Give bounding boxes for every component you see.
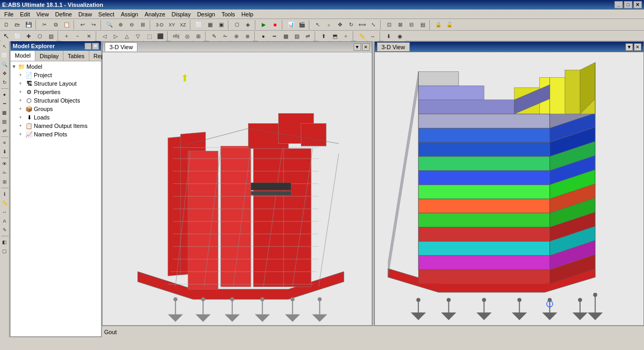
- minimize-button[interactable]: _: [614, 1, 623, 8]
- tree-groups[interactable]: + 📦 Groups: [12, 105, 100, 113]
- left-view-close[interactable]: ✕: [362, 43, 370, 51]
- menu-view[interactable]: View: [33, 10, 52, 19]
- tb2-divide[interactable]: ÷: [341, 31, 351, 41]
- tb2-rubber-band[interactable]: ⬜: [12, 31, 23, 41]
- lt-draw-joint[interactable]: ●: [1, 90, 9, 99]
- tb-paste[interactable]: 📋: [61, 20, 72, 30]
- tree-named-output[interactable]: + 📋 Named Output Items: [12, 122, 100, 130]
- lt-display-mode[interactable]: 👁: [1, 160, 9, 168]
- lt-zoom[interactable]: 🔍: [1, 60, 9, 69]
- tb-assign-section[interactable]: ⬡: [232, 20, 242, 30]
- tb-select-none[interactable]: ⊠: [395, 20, 406, 30]
- lt-pointer[interactable]: ↖: [1, 42, 9, 51]
- tb2-section-cut[interactable]: ✁: [220, 31, 231, 41]
- lt-show-table[interactable]: ⊞: [1, 178, 9, 186]
- right-view-dropdown[interactable]: ▼: [625, 43, 633, 51]
- tb-draw-wall[interactable]: ▦: [205, 20, 215, 30]
- tb-select-filter[interactable]: ▤: [417, 20, 428, 30]
- lt-draw-frame[interactable]: ━: [1, 99, 9, 108]
- tree-project[interactable]: + 📄 Project: [12, 71, 100, 79]
- lt-draw-slab[interactable]: ▨: [1, 117, 9, 126]
- lt-draw-link[interactable]: ⇌: [1, 126, 9, 135]
- tb2-renumber[interactable]: ✎: [209, 31, 219, 41]
- tb2-right[interactable]: ▷: [111, 31, 121, 41]
- tb-zoom-in[interactable]: ⊕: [115, 20, 126, 30]
- explorer-tab-display[interactable]: Display: [35, 51, 63, 61]
- tb-3d-text[interactable]: 3-D: [153, 20, 166, 30]
- explorer-tab-tables[interactable]: Tables: [63, 51, 89, 61]
- tb-save[interactable]: 💾: [23, 20, 34, 30]
- tb2-remove[interactable]: −: [72, 31, 83, 41]
- tb-draw-frame[interactable]: ⬜: [194, 20, 204, 30]
- tb2-intersect2[interactable]: ⊕: [231, 31, 242, 41]
- right-view-tab[interactable]: 3-D View: [377, 42, 410, 51]
- tb2-extrude[interactable]: ⬆: [318, 31, 329, 41]
- tb-open[interactable]: 🗁: [12, 20, 23, 30]
- explorer-close[interactable]: ✕: [92, 43, 99, 50]
- tb-plan[interactable]: XY: [167, 20, 177, 30]
- tb-zoom-fit[interactable]: ⊞: [137, 20, 148, 30]
- tb2-dimension[interactable]: ↔: [367, 31, 378, 41]
- tb2-front[interactable]: ⬚: [144, 31, 154, 41]
- lt-draw-wall[interactable]: ▩: [1, 108, 9, 117]
- tb-move[interactable]: ✥: [335, 20, 345, 30]
- tree-named-plots[interactable]: + 📈 Named Plots: [12, 130, 100, 139]
- tb2-polygon[interactable]: ⬡: [34, 31, 45, 41]
- tb-run[interactable]: ▶: [259, 20, 269, 30]
- menu-help[interactable]: Help: [238, 10, 257, 19]
- lt-label[interactable]: A: [1, 217, 9, 225]
- tb2-back[interactable]: ⬛: [155, 31, 165, 41]
- tb-undo[interactable]: ↩: [77, 20, 88, 30]
- tb2-measure[interactable]: 📏: [356, 31, 367, 41]
- tree-structural-objects[interactable]: + ⬡ Structural Objects: [12, 96, 100, 105]
- close-button[interactable]: ✕: [633, 1, 642, 8]
- tb2-replicate[interactable]: ⬒: [329, 31, 340, 41]
- menu-select[interactable]: Select: [95, 10, 118, 19]
- tb-elev[interactable]: XZ: [178, 20, 188, 30]
- tb2-snap[interactable]: ◎: [182, 31, 192, 41]
- tb-show-anim[interactable]: 🎬: [297, 20, 307, 30]
- lt-section-cut[interactable]: ✁: [1, 169, 9, 177]
- menu-edit[interactable]: Edit: [17, 10, 33, 19]
- tb2-frame[interactable]: ━: [269, 31, 280, 41]
- tb2-grid[interactable]: ⊞: [193, 31, 204, 41]
- lt-rotate[interactable]: ↻: [1, 78, 9, 87]
- tree-structure-layout[interactable]: + 🏗 Structure Layout: [12, 79, 100, 88]
- tb2-merge[interactable]: ⊗: [242, 31, 253, 41]
- menu-assign[interactable]: Assign: [117, 10, 141, 19]
- explorer-tab-model[interactable]: Model: [11, 51, 35, 61]
- tb-zoom[interactable]: 🔍: [104, 20, 115, 30]
- tb-unlock[interactable]: 🔓: [444, 20, 455, 30]
- tb2-down[interactable]: ▽: [133, 31, 143, 41]
- tb-new[interactable]: 🗋: [1, 20, 12, 30]
- tb2-link[interactable]: ⇌: [302, 31, 313, 41]
- left-view-tab[interactable]: 3-D View: [105, 42, 137, 51]
- tb-copy[interactable]: ⧉: [50, 20, 61, 30]
- tb-redo[interactable]: ↪: [88, 20, 99, 30]
- lt-dim[interactable]: ↔: [1, 208, 9, 216]
- tb2-window[interactable]: ▧: [45, 31, 56, 41]
- tb-stop[interactable]: ■: [270, 20, 280, 30]
- tree-properties[interactable]: + ⚙ Properties: [12, 88, 100, 96]
- tb2-intersect[interactable]: ✚: [23, 31, 34, 41]
- menu-tools[interactable]: Tools: [218, 10, 238, 19]
- menu-define[interactable]: Define: [52, 10, 75, 19]
- maximize-button[interactable]: □: [624, 1, 632, 8]
- tb-select-inv[interactable]: ⊟: [406, 20, 417, 30]
- tb-select-all[interactable]: ⊡: [384, 20, 394, 30]
- left-view-dropdown[interactable]: ▼: [354, 43, 361, 51]
- tb-pointer[interactable]: ↖: [312, 20, 323, 30]
- lt-window-sel[interactable]: ▢: [1, 247, 9, 255]
- lt-pan[interactable]: ✥: [1, 69, 9, 78]
- tb-lock[interactable]: 🔒: [433, 20, 444, 30]
- tb2-up[interactable]: △: [122, 31, 132, 41]
- tb2-wall[interactable]: ▩: [280, 31, 291, 41]
- tb-rubber[interactable]: ⬦: [324, 20, 334, 30]
- left-view-canvas[interactable]: ⬆: [103, 52, 372, 325]
- menu-analyze[interactable]: Analyze: [141, 10, 168, 19]
- menu-draw[interactable]: Draw: [75, 10, 95, 19]
- tb-rotate[interactable]: ↻: [346, 20, 356, 30]
- tb2-left[interactable]: ◁: [99, 31, 110, 41]
- tb-mirror[interactable]: ⟺: [357, 20, 367, 30]
- tb2-load-assign[interactable]: ⬇: [383, 31, 394, 41]
